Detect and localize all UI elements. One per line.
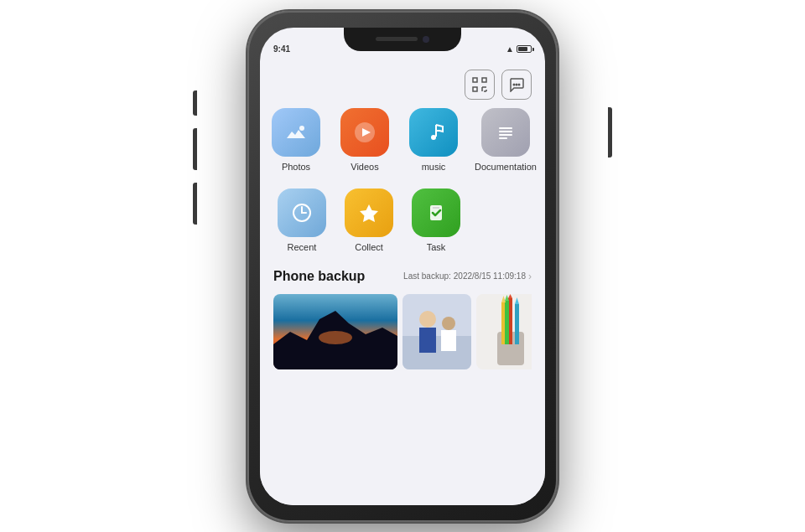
wifi-icon: ▲ bbox=[506, 44, 514, 54]
photos-label: Photos bbox=[282, 162, 310, 172]
docs-label: Documentation bbox=[475, 162, 537, 172]
header-icons bbox=[260, 70, 545, 108]
phone-mockup: 9:41 ▲ bbox=[197, 7, 608, 526]
svg-rect-0 bbox=[473, 78, 477, 82]
backup-meta[interactable]: Last backup: 2022/8/15 11:09:18 › bbox=[403, 271, 532, 282]
scan-button[interactable] bbox=[465, 70, 495, 100]
notch bbox=[344, 28, 461, 51]
backup-label: Last backup: bbox=[403, 271, 451, 281]
svg-point-24 bbox=[319, 331, 352, 344]
svg-rect-30 bbox=[441, 330, 456, 351]
silent-switch bbox=[193, 90, 197, 116]
svg-rect-1 bbox=[482, 78, 486, 82]
office-svg bbox=[402, 294, 471, 369]
backup-thumbnails bbox=[273, 294, 532, 369]
thumbnail-pencils[interactable] bbox=[476, 294, 532, 369]
app-item-photos[interactable]: Photos bbox=[268, 108, 324, 172]
svg-point-7 bbox=[513, 83, 516, 85]
scan-icon bbox=[472, 77, 487, 92]
front-camera bbox=[423, 36, 429, 43]
svg-rect-36 bbox=[505, 301, 509, 344]
svg-point-9 bbox=[518, 83, 521, 85]
music-icon bbox=[409, 108, 458, 157]
music-svg bbox=[421, 120, 446, 145]
backup-header: Phone backup Last backup: 2022/8/15 11:0… bbox=[273, 269, 532, 284]
power-button bbox=[608, 107, 612, 158]
videos-svg bbox=[352, 120, 377, 145]
app-item-task[interactable]: Task bbox=[402, 189, 470, 252]
svg-point-29 bbox=[442, 317, 455, 330]
sunset-svg bbox=[273, 294, 397, 369]
svg-point-8 bbox=[516, 83, 518, 85]
svg-rect-28 bbox=[419, 328, 436, 353]
app-item-collect[interactable]: Collect bbox=[335, 189, 402, 252]
collect-label: Collect bbox=[355, 242, 383, 252]
volume-up-button bbox=[193, 128, 197, 170]
speaker bbox=[376, 37, 418, 41]
app-item-recent[interactable]: Recent bbox=[268, 189, 335, 252]
recent-svg bbox=[289, 200, 314, 225]
status-time: 9:41 bbox=[273, 41, 290, 54]
phone-body: 9:41 ▲ bbox=[247, 11, 558, 522]
app-item-videos[interactable]: Videos bbox=[337, 108, 392, 172]
battery-icon bbox=[517, 45, 532, 53]
phone-screen: 9:41 ▲ bbox=[260, 28, 545, 505]
app-grid-row2: Recent Collect bbox=[260, 189, 545, 269]
photos-icon bbox=[272, 108, 320, 157]
photos-svg bbox=[283, 120, 309, 145]
backup-chevron-icon: › bbox=[528, 271, 532, 282]
task-svg bbox=[423, 200, 449, 225]
svg-rect-26 bbox=[402, 336, 471, 369]
svg-rect-2 bbox=[473, 87, 477, 91]
backup-section: Phone backup Last backup: 2022/8/15 11:0… bbox=[260, 269, 545, 369]
docs-svg bbox=[493, 120, 518, 145]
svg-point-27 bbox=[419, 311, 436, 328]
chat-button[interactable] bbox=[501, 70, 532, 100]
app-item-music[interactable]: music bbox=[406, 108, 461, 172]
svg-rect-35 bbox=[515, 304, 519, 344]
app-grid-row1: Photos Videos bbox=[260, 108, 545, 189]
task-label: Task bbox=[427, 242, 446, 252]
app-content: Photos Videos bbox=[260, 61, 545, 505]
recent-label: Recent bbox=[288, 242, 317, 252]
svg-point-13 bbox=[431, 135, 436, 140]
backup-time: 2022/8/15 11:09:18 bbox=[454, 271, 526, 281]
videos-label: Videos bbox=[351, 162, 378, 172]
recent-icon bbox=[278, 189, 326, 237]
chat-icon bbox=[509, 77, 524, 92]
thumbnail-office[interactable] bbox=[402, 294, 471, 369]
collect-svg bbox=[356, 200, 382, 225]
task-icon bbox=[412, 189, 460, 237]
videos-icon bbox=[340, 108, 389, 157]
music-label: music bbox=[422, 162, 446, 172]
thumbnail-sunset[interactable] bbox=[273, 294, 397, 369]
volume-down-button bbox=[193, 183, 197, 225]
app-item-docs[interactable]: Documentation bbox=[475, 108, 537, 172]
pencils-svg bbox=[476, 294, 532, 369]
docs-icon bbox=[481, 108, 530, 157]
svg-marker-19 bbox=[360, 204, 378, 222]
status-indicators: ▲ bbox=[506, 41, 532, 54]
collect-icon bbox=[345, 189, 393, 237]
backup-title: Phone backup bbox=[273, 269, 365, 284]
svg-point-10 bbox=[299, 126, 304, 131]
